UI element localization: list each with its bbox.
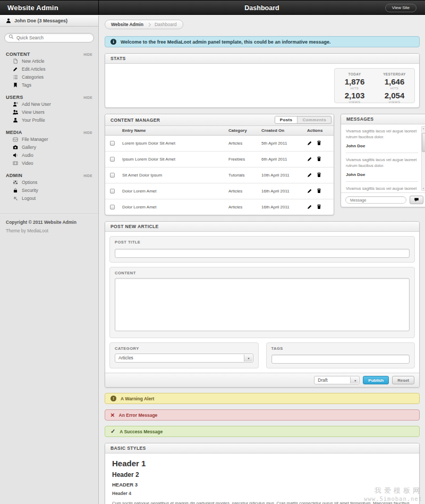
message-input[interactable]	[345, 196, 406, 204]
error-x-icon: ×	[110, 412, 115, 418]
content-textarea[interactable]	[115, 278, 410, 331]
sidebar-item-label: Logout	[22, 196, 36, 201]
table-header-row: Entry Name Category Created On Actions	[105, 126, 334, 136]
sidebar-item-tags[interactable]: Tags	[6, 81, 92, 89]
pencil-icon	[13, 66, 18, 72]
sidebar-item-new-article[interactable]: New Article	[6, 57, 92, 65]
header-created-on: Created On	[258, 126, 304, 136]
cell-created-on: 16th April 2011	[258, 199, 304, 215]
sidebar-item-logout[interactable]: Logout	[6, 194, 92, 202]
user-add-icon	[13, 102, 18, 107]
delete-icon[interactable]	[316, 188, 322, 194]
sidebar-item-edit-articles[interactable]: Edit Articles	[6, 65, 92, 73]
sliders-icon	[13, 180, 18, 185]
sidebar-nav: CONTENT HIDE New Article Edit Articles C…	[0, 44, 98, 202]
chevron-right-icon	[147, 22, 151, 26]
sidebar-item-add-new-user[interactable]: Add New User	[6, 100, 92, 108]
row-checkbox[interactable]	[110, 205, 115, 209]
tags-label: TAGS	[271, 346, 410, 351]
tab-posts[interactable]: Posts	[275, 116, 298, 123]
sidebar-item-categories[interactable]: Categories	[6, 73, 92, 81]
search-input[interactable]	[4, 33, 94, 43]
delete-icon[interactable]	[316, 204, 322, 209]
row-checkbox[interactable]	[110, 173, 115, 178]
sidebar-item-your-profile[interactable]: Your Profile	[6, 116, 92, 124]
delete-icon[interactable]	[316, 140, 322, 146]
status-select[interactable]: Draft	[314, 376, 360, 384]
stat-views-label: VIEWS	[335, 100, 375, 104]
post-new-article-panel: POST NEW ARTICLE POST TITLE CONTENT CATE…	[105, 221, 420, 388]
sidebar-item-label: New Article	[22, 58, 45, 64]
hide-toggle[interactable]: HIDE	[83, 174, 92, 178]
sidebar-section-media: MEDIA HIDE	[6, 130, 92, 135]
sidebar-item-label: Security	[22, 188, 38, 193]
messages-scrollbar[interactable]	[421, 126, 425, 191]
row-checkbox[interactable]	[110, 157, 115, 162]
publish-button[interactable]: Publish	[363, 376, 389, 384]
app-title: Website Admin	[7, 4, 58, 12]
sidebar-footer: Copyright © 2011 Website Admin Theme by …	[0, 214, 98, 239]
table-row: Dolor Lorem Amet Articles 16th April 201…	[105, 199, 334, 215]
edit-icon[interactable]	[307, 204, 312, 209]
hide-toggle[interactable]: HIDE	[83, 96, 92, 99]
document-icon	[13, 58, 18, 64]
edit-icon[interactable]	[307, 140, 312, 146]
tab-comments[interactable]: Comments	[298, 116, 331, 123]
edit-icon[interactable]	[307, 156, 312, 162]
film-icon	[13, 161, 18, 166]
checkmark-icon: ✓	[110, 429, 115, 434]
app-title-area: Website Admin	[0, 1, 99, 14]
cm-tabs: Posts Comments	[275, 116, 332, 124]
edit-icon[interactable]	[307, 172, 312, 178]
info-banner: i Welcome to the free MediaLoot admin pa…	[105, 36, 420, 47]
tags-group: TAGS	[266, 342, 415, 369]
view-site-button[interactable]: View Site	[385, 4, 416, 12]
sidebar-item-label: File Manager	[22, 137, 48, 142]
post-form: POST TITLE CONTENT CATEGORY Articles TAG…	[105, 232, 419, 387]
sidebar-item-gallery[interactable]: Gallery	[6, 143, 92, 151]
stat-period-label: TODAY	[335, 72, 375, 76]
edit-icon[interactable]	[307, 188, 312, 194]
section-title: CONTENT	[6, 52, 30, 57]
message-item: Vivamus sagittis lacus vel augue laoreet…	[346, 129, 418, 148]
theme-credit: Theme by MediaLoot	[6, 228, 92, 233]
stat-views-value: 2,103	[335, 91, 375, 100]
stat-hits-value: 1,646	[375, 77, 414, 86]
hide-toggle[interactable]: HIDE	[83, 131, 92, 135]
send-message-button[interactable]	[410, 196, 423, 204]
sidebar-item-view-users[interactable]: View Users	[6, 108, 92, 116]
breadcrumb-root[interactable]: Website Admin	[111, 22, 143, 27]
sidebar-item-security[interactable]: Security	[6, 186, 92, 194]
delete-icon[interactable]	[316, 156, 322, 162]
message-author: John Doe	[346, 144, 418, 148]
user-info[interactable]: John Doe (3 Messages)	[0, 15, 98, 27]
post-panel-title: POST NEW ARTICLE	[105, 222, 419, 232]
hide-toggle[interactable]: HIDE	[83, 53, 92, 56]
post-title-input[interactable]	[115, 249, 410, 258]
cell-entry-name: Sit Amet Dolor Ipsum	[119, 167, 225, 183]
delete-icon[interactable]	[316, 172, 322, 178]
page-title: Dashboard	[99, 1, 425, 15]
success-alert: ✓ A Success Message	[105, 426, 420, 437]
reset-button[interactable]: Reset	[392, 376, 414, 384]
tags-input[interactable]	[271, 355, 410, 364]
sidebar-item-file-manager[interactable]: File Manager	[6, 135, 92, 143]
cell-entry-name: Ipsum Lorem Dolor Sit Amet	[119, 152, 225, 167]
users-icon	[13, 110, 18, 115]
row-checkbox[interactable]	[110, 189, 115, 194]
category-select[interactable]: Articles	[115, 354, 253, 363]
basic-styles-title: BASIC STYLES	[105, 443, 419, 453]
sample-header-1: Header 1	[112, 459, 412, 468]
sample-header-2: Header 2	[112, 471, 412, 478]
message-author: John Doe	[346, 172, 418, 177]
sidebar-item-options[interactable]: Options	[6, 178, 92, 186]
info-banner-text: Welcome to the free MediaLoot admin pane…	[121, 39, 330, 45]
sidebar-item-audio[interactable]: Audio	[6, 151, 92, 159]
header-checkbox-col	[105, 126, 119, 136]
sidebar-item-video[interactable]: Video	[6, 159, 92, 167]
cell-entry-name: Dolor Lorem Amet	[119, 183, 225, 199]
sidebar-item-label: Options	[22, 180, 37, 185]
scrollbar-thumb[interactable]	[422, 133, 425, 152]
stat-hits-label: HITS	[375, 87, 414, 90]
row-checkbox[interactable]	[110, 141, 115, 146]
